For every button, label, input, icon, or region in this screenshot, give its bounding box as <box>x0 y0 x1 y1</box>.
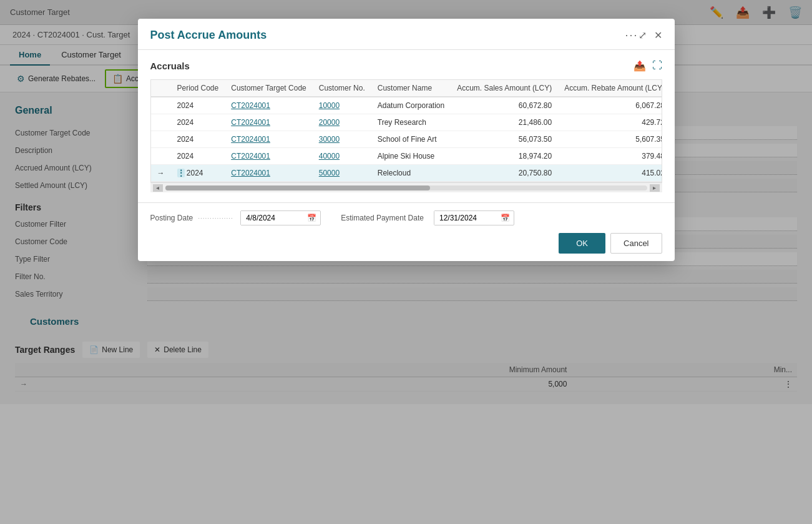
accruals-row[interactable]: 2024CT202400110000Adatum Corporation60,6… <box>151 97 662 114</box>
cell-accum-rebate: 6,067.28 <box>558 97 662 114</box>
cell-accum-rebate: 415.02 <box>558 165 662 182</box>
cell-customer-name: Relecloud <box>371 165 451 182</box>
cell-customer-no[interactable]: 30000 <box>313 131 371 148</box>
row-arrow-indicator: → <box>151 165 171 182</box>
horizontal-scrollbar[interactable]: ◂ ▸ <box>150 182 662 192</box>
cell-period[interactable]: 2024 <box>171 131 225 148</box>
cell-target-code[interactable]: CT2024001 <box>225 148 313 165</box>
cell-target-code[interactable]: CT2024001 <box>225 114 313 131</box>
accruals-row[interactable]: 2024CT202400130000School of Fine Art56,0… <box>151 131 662 148</box>
col-customer-name: Customer Name <box>371 80 451 97</box>
row-arrow-indicator <box>151 131 171 148</box>
cell-customer-name: School of Fine Art <box>371 131 451 148</box>
cell-accum-sales: 56,073.50 <box>451 131 558 148</box>
cell-accum-rebate: 379.48 <box>558 148 662 165</box>
cell-target-code[interactable]: CT2024001 <box>225 165 313 182</box>
cell-accum-sales: 21,486.00 <box>451 114 558 131</box>
modal-overlay: Post Accrue Amounts ··· ⤢ ✕ Accruals 📤 ⛶ <box>0 0 812 524</box>
post-accrue-modal: Post Accrue Amounts ··· ⤢ ✕ Accruals 📤 ⛶ <box>138 19 675 261</box>
cell-customer-name: Adatum Corporation <box>371 97 451 114</box>
accruals-fullscreen-icon[interactable]: ⛶ <box>652 60 662 72</box>
cell-customer-no[interactable]: 10000 <box>313 97 371 114</box>
cell-customer-no[interactable]: 20000 <box>313 114 371 131</box>
estimated-payment-date-calendar-icon[interactable]: 📅 <box>497 211 514 225</box>
modal-menu-button[interactable]: ··· <box>625 29 638 42</box>
accruals-row[interactable]: 2024CT202400140000Alpine Ski House18,974… <box>151 148 662 165</box>
posting-date-input-wrap: 📅 <box>240 210 321 225</box>
cell-target-code[interactable]: CT2024001 <box>225 131 313 148</box>
cell-period[interactable]: 2024 <box>171 97 225 114</box>
cell-accum-rebate: 429.72 <box>558 114 662 131</box>
modal-close-icon[interactable]: ✕ <box>654 29 662 41</box>
scrollbar-thumb[interactable] <box>165 185 431 190</box>
estimated-payment-date-label: Estimated Payment Date <box>341 214 424 222</box>
row-arrow-indicator <box>151 97 171 114</box>
cell-target-code[interactable]: CT2024001 <box>225 97 313 114</box>
cell-accum-sales: 60,672.80 <box>451 97 558 114</box>
cell-customer-no[interactable]: 40000 <box>313 148 371 165</box>
cell-period[interactable]: 2024 <box>171 114 225 131</box>
accruals-table-wrap: Period Code Customer Target Code Custome… <box>150 79 662 182</box>
accruals-row[interactable]: 2024CT202400120000Trey Research21,486.00… <box>151 114 662 131</box>
row-context-menu-button[interactable]: ⋮ <box>177 169 185 177</box>
col-indicator-header <box>151 80 171 97</box>
cell-accum-sales: 20,750.80 <box>451 165 558 182</box>
scroll-left-button[interactable]: ◂ <box>153 184 163 192</box>
cell-customer-name: Trey Research <box>371 114 451 131</box>
accruals-title: Accruals <box>150 61 190 71</box>
accruals-row[interactable]: →⋮ 2024CT202400150000Relecloud20,750.804… <box>151 165 662 182</box>
cancel-button[interactable]: Cancel <box>610 233 662 254</box>
estimated-payment-date-input[interactable] <box>434 211 497 225</box>
cell-period[interactable]: ⋮ 2024 <box>171 165 225 182</box>
posting-date-label: Posting Date <box>150 214 193 222</box>
accruals-export-icon[interactable]: 📤 <box>633 60 646 72</box>
cell-period[interactable]: 2024 <box>171 148 225 165</box>
cell-customer-name: Alpine Ski House <box>371 148 451 165</box>
posting-date-calendar-icon[interactable]: 📅 <box>303 211 320 225</box>
cell-accum-sales: 18,974.20 <box>451 148 558 165</box>
row-arrow-indicator <box>151 114 171 131</box>
row-arrow-indicator <box>151 148 171 165</box>
ok-button[interactable]: OK <box>559 233 605 254</box>
col-customer-no: Customer No. <box>313 80 371 97</box>
col-period-code: Period Code <box>171 80 225 97</box>
cell-accum-rebate: 5,607.35 <box>558 131 662 148</box>
cell-customer-no[interactable]: 50000 <box>313 165 371 182</box>
col-customer-target-code: Customer Target Code <box>225 80 313 97</box>
col-accum-rebate: Accum. Rebate Amount (LCY) <box>558 80 662 97</box>
scroll-right-button[interactable]: ▸ <box>650 184 660 192</box>
modal-expand-icon[interactable]: ⤢ <box>638 29 647 41</box>
scrollbar-track[interactable] <box>165 185 647 190</box>
posting-date-input[interactable] <box>241 211 303 225</box>
modal-title: Post Accrue Amounts <box>150 29 620 42</box>
estimated-payment-date-input-wrap: 📅 <box>434 210 514 225</box>
col-accum-sales: Accum. Sales Amount (LCY) <box>451 80 558 97</box>
